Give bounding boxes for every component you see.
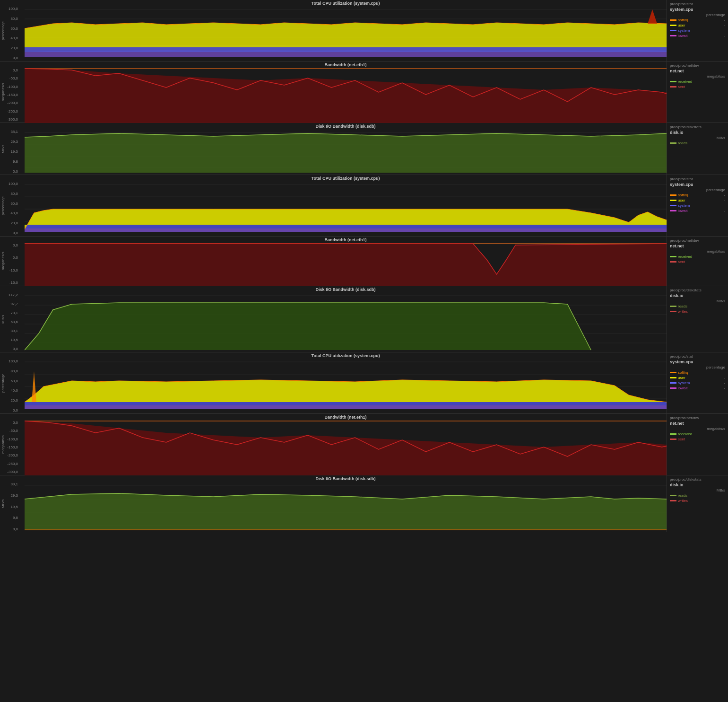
chart-net3: Bandwidth (net.eth1) bbox=[25, 414, 667, 475]
chart-title-disk3: Disk I/O Bandwidth (disk.sdb) bbox=[315, 476, 375, 481]
sidebar-cpu1: proc/proc/stat system.cpu percentage sof… bbox=[667, 0, 728, 61]
panel-disk3: MB/s 39,129,319,59,80,0 Disk I/O Bandwid… bbox=[0, 475, 728, 532]
svg-marker-26 bbox=[25, 244, 667, 286]
chart-title-disk1: Disk I/O Bandwidth (disk.sdb) bbox=[315, 124, 375, 129]
sidebar-unit-cpu2: percentage bbox=[670, 188, 725, 192]
svg-marker-8 bbox=[648, 9, 657, 24]
legend-system-3: system - bbox=[670, 381, 725, 385]
y-ticks-cpu1: 100,080,060,040,020,00,0 bbox=[6, 0, 19, 61]
svg-marker-16 bbox=[25, 133, 667, 173]
legend-reads-1: reads bbox=[670, 141, 725, 145]
panel-net2: megabits/s 0,0-5,0-10,0-15,0 Bandwidth (… bbox=[0, 237, 728, 286]
y-ticks-disk1: 38,129,319,59,80,0 bbox=[6, 123, 19, 175]
legend-sent-2: sent bbox=[670, 260, 725, 264]
y-label-disk1: MB/s bbox=[0, 123, 6, 175]
sidebar-path-cpu1: proc/proc/stat bbox=[670, 2, 725, 6]
sidebar-path-net3: proc/proc/net/dev bbox=[670, 416, 725, 420]
sidebar-net3: proc/proc/net/dev net.net megabits/s rec… bbox=[667, 414, 728, 475]
chart-net1: Bandwidth (net.eth1) bbox=[25, 61, 667, 123]
legend-writes-2: writes bbox=[670, 309, 725, 314]
svg-marker-41 bbox=[32, 371, 36, 402]
sidebar-name-cpu1: system.cpu bbox=[670, 7, 725, 12]
sidebar-unit-disk3: MB/s bbox=[670, 488, 725, 492]
sidebar-disk1: proc/proc/diskstats disk.io MB/s reads bbox=[667, 123, 728, 175]
sidebar-net2: proc/proc/net/dev net.net megabits/s rec… bbox=[667, 237, 728, 286]
y-label-net2: megabits/s bbox=[0, 237, 6, 286]
legend-softirq-2: softirq - bbox=[670, 193, 725, 197]
chart-title-net1: Bandwidth (net.eth1) bbox=[325, 62, 367, 67]
y-label-disk2: MB/s bbox=[0, 286, 6, 352]
sidebar-name-disk2: disk.io bbox=[670, 293, 725, 298]
chart-disk2: Disk I/O Bandwidth (disk.sdb) bbox=[25, 286, 667, 352]
chart-disk1: Disk I/O Bandwidth (disk.sdb) bbox=[25, 123, 667, 175]
sidebar-name-cpu2: system.cpu bbox=[670, 182, 725, 187]
chart-title-net3: Bandwidth (net.eth1) bbox=[325, 415, 367, 420]
sidebar-name-net3: net.net bbox=[670, 421, 725, 426]
panel-net1: megabits/s 0,0-50,0-100,0-150,0-200,0-25… bbox=[0, 61, 728, 123]
y-ticks-cpu3: 100,080,060,040,020,00,0 bbox=[6, 352, 19, 413]
sidebar-unit-disk2: MB/s bbox=[670, 299, 725, 303]
chart-title-net2: Bandwidth (net.eth1) bbox=[325, 237, 367, 242]
legend-user-1: user - bbox=[670, 23, 725, 27]
legend-received-3: received bbox=[670, 432, 725, 436]
panel-net3: megabits/s 0,0-50,0-100,0-150,0-200,0-25… bbox=[0, 414, 728, 475]
legend-received-1: received bbox=[670, 79, 725, 84]
sidebar-unit-net2: megabits/s bbox=[670, 249, 725, 254]
legend-user-3: user - bbox=[670, 376, 725, 380]
chart-cpu3: Total CPU utilization (system.cpu) bbox=[25, 352, 667, 414]
chart-title-cpu2: Total CPU utilization (system.cpu) bbox=[312, 176, 380, 181]
y-axis-label-cpu1: percentage bbox=[0, 0, 6, 61]
legend-iowait-3: iowait - bbox=[670, 386, 725, 390]
chart-cpu2: Total CPU utilization (system.cpu) bbox=[25, 175, 667, 237]
sidebar-unit-net3: megabits/s bbox=[670, 427, 725, 431]
sidebar-path-cpu2: proc/proc/stat bbox=[670, 177, 725, 181]
svg-marker-40 bbox=[25, 380, 667, 402]
y-label-cpu2: percentage bbox=[0, 175, 6, 236]
sidebar-cpu3: proc/proc/stat system.cpu percentage sof… bbox=[667, 352, 728, 413]
chart-cpu1: Total CPU utilization (system.cpu) bbox=[25, 0, 667, 61]
legend-iowait-1: iowait - bbox=[670, 34, 725, 38]
legend-user-2: user - bbox=[670, 198, 725, 202]
legend-writes-3: writes bbox=[670, 499, 725, 503]
sidebar-unit-cpu3: percentage bbox=[670, 365, 725, 369]
svg-marker-49 bbox=[25, 493, 667, 530]
y-ticks-net3: 0,0-50,0-100,0-150,0-200,0-250,0-300,0 bbox=[6, 414, 19, 475]
legend-sent-1: sent bbox=[670, 85, 725, 89]
chart-net2: Bandwidth (net.eth1) bbox=[25, 237, 667, 286]
sidebar-path-disk3: proc/proc/diskstats bbox=[670, 477, 725, 482]
legend-reads-2: reads bbox=[670, 304, 725, 308]
chart-disk3: Disk I/O Bandwidth (disk.sdb) bbox=[25, 475, 667, 532]
sidebar-name-cpu3: system.cpu bbox=[670, 360, 725, 364]
sidebar-disk3: proc/proc/diskstats disk.io MB/s reads w… bbox=[667, 475, 728, 532]
chart-title-disk2: Disk I/O Bandwidth (disk.sdb) bbox=[315, 287, 375, 292]
sidebar-path-net2: proc/proc/net/dev bbox=[670, 238, 725, 243]
y-ticks-disk3: 39,129,319,59,80,0 bbox=[6, 475, 19, 532]
chart-title-cpu1: Total CPU utilization (system.cpu) bbox=[312, 1, 380, 6]
sidebar-name-net2: net.net bbox=[670, 244, 725, 248]
panel-disk2: MB/s 117,297,778,158,639,119,50,0 Disk I… bbox=[0, 286, 728, 352]
y-ticks-net2: 0,0-5,0-10,0-15,0 bbox=[6, 237, 19, 286]
sidebar-name-net1: net.net bbox=[670, 69, 725, 73]
legend-softirq-3: softirq - bbox=[670, 370, 725, 375]
sidebar-path-disk1: proc/proc/diskstats bbox=[670, 125, 725, 129]
y-ticks-net1: 0,0-50,0-100,0-150,0-200,0-250,0-300,0 bbox=[6, 61, 19, 123]
svg-marker-11 bbox=[25, 69, 667, 123]
y-label-cpu3: percentage bbox=[0, 352, 6, 413]
sidebar-path-disk2: proc/proc/diskstats bbox=[670, 288, 725, 292]
y-label-net3: megabits/s bbox=[0, 414, 6, 475]
y-label-net1: megabits/s bbox=[0, 61, 6, 123]
panel-cpu1: percentage 100,080,060,040,020,00,0 Tota… bbox=[0, 0, 728, 61]
legend-received-2: received bbox=[670, 254, 725, 259]
sidebar-name-disk1: disk.io bbox=[670, 130, 725, 135]
legend-softirq-1: softirq - bbox=[670, 18, 725, 22]
sidebar-name-disk3: disk.io bbox=[670, 483, 725, 487]
panel-cpu2: percentage 100,080,060,040,020,00,0 Tota… bbox=[0, 175, 728, 237]
sidebar-unit-cpu1: percentage bbox=[670, 13, 725, 17]
legend-system-2: system - bbox=[670, 203, 725, 208]
sidebar-disk2: proc/proc/diskstats disk.io MB/s reads w… bbox=[667, 286, 728, 352]
panel-cpu3: percentage 100,080,060,040,020,00,0 Tota… bbox=[0, 352, 728, 414]
y-label-disk3: MB/s bbox=[0, 475, 6, 532]
sidebar-unit-disk1: MB/s bbox=[670, 136, 725, 140]
y-ticks-disk2: 117,297,778,158,639,119,50,0 bbox=[6, 286, 19, 352]
svg-marker-7 bbox=[25, 23, 667, 47]
